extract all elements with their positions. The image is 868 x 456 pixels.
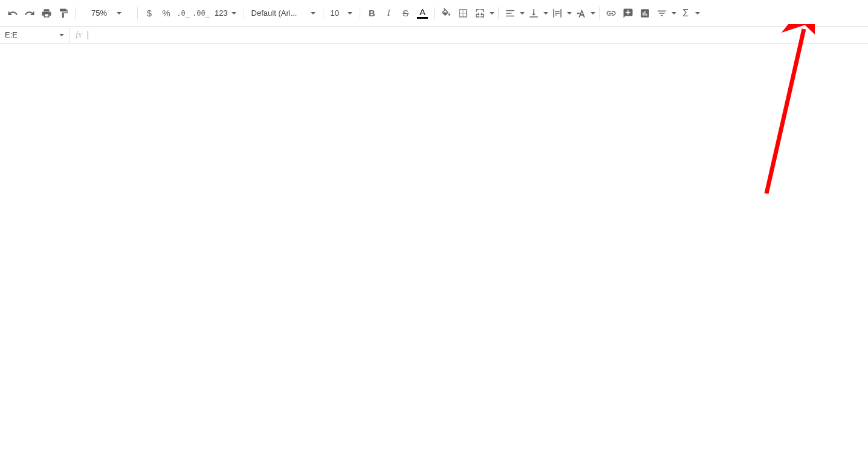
fx-label: fx	[70, 30, 88, 40]
toolbar: 75% $ % .0̲ .00̲ 123 Default (Ari... 10 …	[0, 0, 868, 27]
merge-cells-button[interactable]	[472, 5, 488, 21]
filter-dropdown-icon[interactable]	[672, 12, 676, 15]
separator	[323, 7, 323, 19]
valign-dropdown-icon[interactable]	[543, 12, 548, 15]
decrease-decimal-button[interactable]: .0̲	[175, 5, 191, 21]
create-filter-button[interactable]	[654, 5, 670, 21]
text-color-button[interactable]: A	[415, 5, 430, 21]
font-size-dropdown[interactable]: 10	[327, 5, 356, 21]
format-percent-button[interactable]: %	[158, 5, 174, 21]
font-size-value: 10	[331, 8, 339, 18]
horizontal-align-button[interactable]	[502, 5, 518, 21]
borders-button[interactable]	[455, 5, 471, 21]
halign-dropdown-icon[interactable]	[520, 12, 525, 15]
wrap-dropdown-icon[interactable]	[567, 12, 572, 15]
separator	[599, 7, 600, 19]
font-dropdown[interactable]: Default (Ari...	[248, 5, 319, 21]
fill-color-button[interactable]	[438, 5, 454, 21]
insert-link-button[interactable]	[603, 5, 619, 21]
text-color-letter: A	[419, 7, 426, 16]
undo-button[interactable]	[5, 5, 21, 21]
print-button[interactable]	[39, 5, 54, 21]
zoom-dropdown[interactable]: 75%	[79, 5, 134, 21]
paint-format-button[interactable]	[56, 5, 71, 21]
formula-bar: E:E fx	[0, 27, 868, 44]
font-name: Default (Ari...	[251, 8, 297, 18]
redo-button[interactable]	[22, 5, 37, 21]
vertical-align-button[interactable]	[526, 5, 542, 21]
zoom-value: 75%	[91, 8, 107, 18]
insert-comment-button[interactable]	[620, 5, 636, 21]
formula-input[interactable]	[88, 30, 868, 39]
name-box[interactable]: E:E	[0, 27, 70, 43]
separator	[75, 7, 76, 19]
bold-button[interactable]: B	[364, 5, 380, 21]
separator	[434, 7, 435, 19]
number-format-label: 123	[215, 8, 228, 18]
name-box-value: E:E	[5, 30, 18, 39]
increase-decimal-button[interactable]: .00̲	[192, 5, 210, 21]
separator	[498, 7, 499, 19]
format-currency-button[interactable]: $	[141, 5, 157, 21]
rotation-dropdown-icon[interactable]	[591, 12, 595, 15]
text-rotation-button[interactable]	[573, 5, 589, 21]
separator	[137, 7, 138, 19]
italic-button[interactable]: I	[381, 5, 397, 21]
text-wrap-button[interactable]	[549, 5, 565, 21]
merge-dropdown-icon[interactable]	[490, 12, 494, 15]
strikethrough-button[interactable]: S	[398, 5, 413, 21]
separator	[244, 7, 244, 19]
functions-button[interactable]: Σ	[678, 5, 693, 21]
more-formats-dropdown[interactable]: 123	[211, 5, 240, 21]
separator	[360, 7, 360, 19]
functions-dropdown-icon[interactable]	[695, 12, 700, 15]
insert-chart-button[interactable]	[637, 5, 653, 21]
